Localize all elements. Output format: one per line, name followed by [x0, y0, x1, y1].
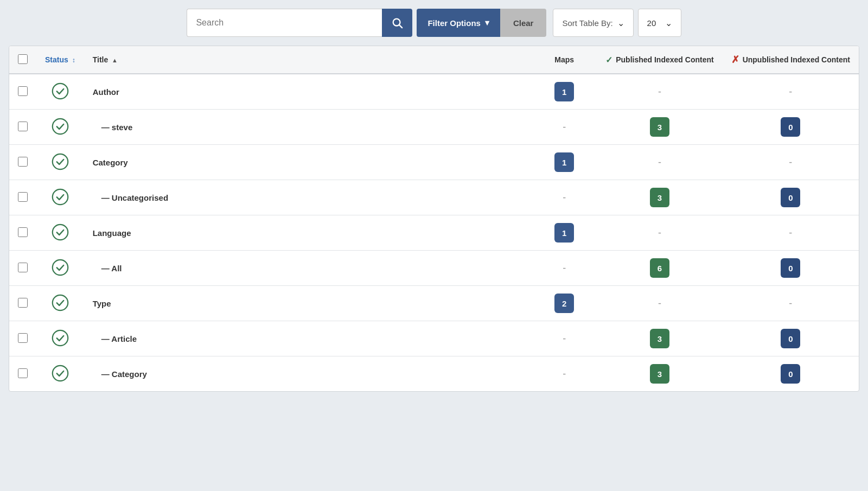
- row-unpublished: 0: [723, 321, 859, 356]
- row-checkbox[interactable]: [18, 333, 28, 343]
- row-checkbox[interactable]: [18, 368, 28, 378]
- clear-button[interactable]: Clear: [500, 9, 547, 37]
- published-dash: -: [658, 86, 661, 97]
- row-title: — steve: [84, 110, 532, 145]
- table-row: Type2--: [9, 286, 859, 321]
- maps-dash: -: [563, 368, 566, 379]
- table-row: Category1--: [9, 145, 859, 180]
- table-body: Author1-- — steve-30 Category1-- — Uncat…: [9, 74, 859, 391]
- published-badge[interactable]: 3: [650, 329, 669, 348]
- table-row: Language1--: [9, 215, 859, 251]
- unpublished-badge[interactable]: 0: [781, 364, 800, 384]
- status-active-icon: [52, 118, 69, 135]
- row-published: 6: [597, 251, 722, 286]
- filter-options-button[interactable]: Filter Options ▾: [417, 9, 500, 37]
- row-published: -: [597, 74, 722, 110]
- published-badge[interactable]: 6: [650, 258, 669, 278]
- table-row: — Article-30: [9, 321, 859, 356]
- row-checkbox[interactable]: [18, 157, 28, 167]
- search-button[interactable]: [382, 9, 412, 37]
- header-title-col[interactable]: Title ▲: [84, 46, 532, 74]
- maps-badge[interactable]: 2: [554, 294, 574, 313]
- maps-badge[interactable]: 1: [554, 152, 574, 172]
- header-checkbox-col: [9, 46, 36, 74]
- header-title-label: Title: [93, 55, 108, 64]
- table-row: — Category-30: [9, 356, 859, 392]
- published-dash: -: [658, 157, 661, 168]
- page-size-selector[interactable]: 20 ⌄: [638, 9, 681, 37]
- sort-chevron-icon: ⌄: [617, 18, 624, 28]
- row-published: 3: [597, 321, 722, 356]
- svg-point-6: [53, 224, 68, 239]
- row-title: Author: [84, 74, 532, 110]
- status-active-icon: [52, 224, 69, 241]
- row-checkbox[interactable]: [18, 263, 28, 272]
- table-row: — Uncategorised-30: [9, 180, 859, 215]
- maps-badge[interactable]: 1: [554, 82, 574, 101]
- row-maps: 1: [532, 145, 597, 180]
- row-unpublished: 0: [723, 251, 859, 286]
- unpublished-badge[interactable]: 0: [781, 258, 800, 278]
- row-maps: -: [532, 321, 597, 356]
- row-published: -: [597, 215, 722, 251]
- status-active-icon: [52, 82, 69, 100]
- select-all-checkbox[interactable]: [18, 54, 28, 64]
- status-active-icon: [52, 365, 69, 382]
- row-title: Type: [84, 286, 532, 321]
- row-published: -: [597, 286, 722, 321]
- row-unpublished: -: [723, 215, 859, 251]
- title-sort-arrow: ▲: [112, 57, 118, 63]
- row-published: -: [597, 145, 722, 180]
- published-checkmark-icon: ✓: [605, 55, 612, 65]
- maps-dash: -: [563, 333, 566, 344]
- row-checkbox[interactable]: [18, 298, 28, 308]
- sort-by-selector[interactable]: Sort Table By: ⌄: [553, 9, 633, 37]
- status-active-icon: [52, 188, 69, 206]
- unpublished-dash: -: [789, 227, 792, 238]
- header-status-col[interactable]: Status ↕: [36, 46, 84, 74]
- header-published-label: Published Indexed Content: [616, 55, 713, 64]
- row-maps: 1: [532, 215, 597, 251]
- maps-dash: -: [563, 263, 566, 273]
- row-unpublished: -: [723, 145, 859, 180]
- svg-point-10: [53, 365, 68, 380]
- svg-point-5: [53, 189, 68, 204]
- published-badge[interactable]: 3: [650, 188, 669, 207]
- status-active-icon: [52, 259, 69, 276]
- unpublished-x-icon: ✗: [731, 54, 739, 66]
- table-header-row: Status ↕ Title ▲ Maps ✓ Published Indexe…: [9, 46, 859, 74]
- page-size-chevron-icon: ⌄: [665, 18, 672, 28]
- unpublished-badge[interactable]: 0: [781, 117, 800, 137]
- row-maps: -: [532, 180, 597, 215]
- svg-point-4: [53, 154, 68, 169]
- filter-options-label: Filter Options: [427, 18, 481, 28]
- content-table: Status ↕ Title ▲ Maps ✓ Published Indexe…: [9, 46, 859, 391]
- svg-point-2: [53, 83, 68, 98]
- unpublished-dash: -: [789, 86, 792, 97]
- sort-by-label: Sort Table By:: [562, 18, 612, 28]
- search-wrapper: [187, 9, 412, 37]
- maps-dash: -: [563, 122, 566, 132]
- row-checkbox[interactable]: [18, 192, 28, 202]
- published-dash: -: [658, 298, 661, 309]
- search-input[interactable]: [187, 9, 382, 37]
- svg-point-9: [53, 330, 68, 345]
- row-checkbox[interactable]: [18, 227, 28, 237]
- header-unpublished-label: Unpublished Indexed Content: [743, 55, 850, 64]
- row-published: 3: [597, 110, 722, 145]
- table-row: Author1--: [9, 74, 859, 110]
- page-size-value: 20: [647, 18, 656, 28]
- row-checkbox[interactable]: [18, 122, 28, 131]
- row-unpublished: 0: [723, 110, 859, 145]
- published-badge[interactable]: 3: [650, 117, 669, 137]
- unpublished-badge[interactable]: 0: [781, 188, 800, 207]
- row-title: — All: [84, 251, 532, 286]
- published-badge[interactable]: 3: [650, 364, 669, 384]
- row-checkbox[interactable]: [18, 86, 28, 96]
- row-maps: -: [532, 251, 597, 286]
- svg-point-3: [53, 118, 68, 133]
- maps-badge[interactable]: 1: [554, 223, 574, 243]
- content-table-container: Status ↕ Title ▲ Maps ✓ Published Indexe…: [9, 46, 859, 392]
- row-title: — Article: [84, 321, 532, 356]
- unpublished-badge[interactable]: 0: [781, 329, 800, 348]
